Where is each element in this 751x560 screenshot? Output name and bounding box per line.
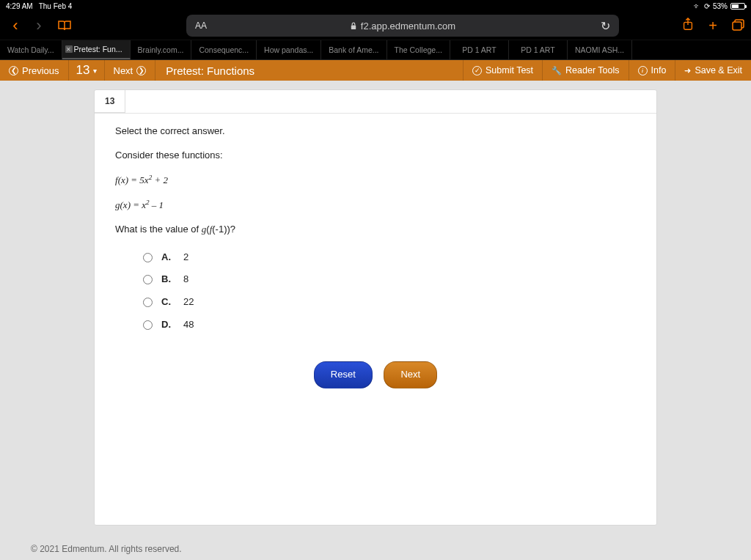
browser-tab[interactable]: PD 1 ART <box>509 40 568 59</box>
tab-label: Brainly.com... <box>138 45 184 54</box>
tab-label: NAOMI ASH... <box>575 45 624 54</box>
previous-button[interactable]: ❮ Previous <box>0 60 69 81</box>
browser-tab[interactable]: Consequenc... <box>191 40 257 59</box>
tab-label: Pretest: Fun... <box>74 45 122 54</box>
battery-pct: 53% <box>713 2 728 10</box>
tab-close-icon[interactable]: ✕ <box>65 45 73 53</box>
current-question-number: 13 <box>76 63 90 78</box>
question-selector[interactable]: 13 ▾ <box>69 60 105 81</box>
question-card: 13 Select the correct answer. Consider t… <box>94 89 657 526</box>
url-bar[interactable]: AA f2.app.edmentum.com ↻ <box>186 15 619 37</box>
tabs-icon[interactable] <box>732 18 745 34</box>
bookmarks-icon[interactable] <box>57 20 72 32</box>
choice-key: D. <box>161 317 175 333</box>
browser-tab[interactable]: ✕Pretest: Fun... <box>62 40 131 59</box>
tab-label: Bank of Ame... <box>329 45 378 54</box>
radio-icon[interactable] <box>143 275 153 284</box>
reader-aa-button[interactable]: AA <box>195 21 207 31</box>
svg-rect-3 <box>733 22 741 30</box>
info-button[interactable]: i Info <box>629 60 675 81</box>
content-area: 13 Select the correct answer. Consider t… <box>0 81 751 560</box>
choice-key: A. <box>161 250 175 265</box>
next-label: Next <box>114 65 133 76</box>
status-date: Thu Feb 4 <box>39 2 73 10</box>
chevron-down-icon: ▾ <box>93 67 97 75</box>
tab-label: PD 1 ART <box>462 45 497 54</box>
choice-d[interactable]: D. 48 <box>143 314 636 336</box>
wrench-icon: 🔧 <box>552 66 562 75</box>
tab-label: PD 1 ART <box>521 45 555 54</box>
question-number-badge: 13 <box>95 90 125 113</box>
radio-icon[interactable] <box>143 298 153 307</box>
reader-tools-button[interactable]: 🔧 Reader Tools <box>542 60 628 81</box>
function-g: g(x) = x2 – 1 <box>115 197 636 213</box>
browser-tab[interactable]: Watch Daily... <box>0 40 62 59</box>
browser-nav-bar: ‹ › AA f2.app.edmentum.com ↻ + <box>0 12 751 40</box>
choice-value: 48 <box>183 317 194 333</box>
lock-icon <box>350 22 357 30</box>
browser-tab[interactable]: The College... <box>387 40 450 59</box>
orientation-lock-icon: ⟳ <box>704 2 710 10</box>
info-label: Info <box>651 65 667 75</box>
tab-label: Consequenc... <box>199 45 249 54</box>
browser-tabs: Watch Daily... ✕Pretest: Fun... Brainly.… <box>0 40 751 60</box>
tab-label: The College... <box>395 45 442 54</box>
browser-tab[interactable]: PD 1 ART <box>450 40 509 59</box>
reader-label: Reader Tools <box>565 65 619 75</box>
share-icon[interactable] <box>682 18 694 34</box>
check-icon: ✓ <box>472 66 482 75</box>
exit-icon: ➜ <box>684 66 691 75</box>
tab-label: Watch Daily... <box>7 45 54 54</box>
choice-b[interactable]: B. 8 <box>143 268 636 291</box>
back-button[interactable]: ‹ <box>6 16 25 35</box>
function-f: f(x) = 5x2 + 2 <box>115 172 636 188</box>
radio-icon[interactable] <box>143 320 153 330</box>
forward-button: › <box>29 16 48 35</box>
choice-value: 2 <box>183 250 188 265</box>
choice-c[interactable]: C. 22 <box>143 291 636 314</box>
battery-icon <box>730 3 745 10</box>
question-ask: What is the value of g(f(-1))? <box>115 222 636 237</box>
reload-button[interactable]: ↻ <box>601 19 610 33</box>
tab-label: How pandas... <box>264 45 313 54</box>
reset-button[interactable]: Reset <box>314 361 373 388</box>
choice-a[interactable]: A. 2 <box>143 246 636 269</box>
arrow-right-icon: ❯ <box>136 66 146 75</box>
next-button[interactable]: Next ❯ <box>105 60 156 81</box>
page-title: Pretest: Functions <box>155 65 265 77</box>
svg-rect-0 <box>351 25 356 29</box>
question-prompt: Select the correct answer. <box>115 124 636 139</box>
browser-tab[interactable]: How pandas... <box>257 40 321 59</box>
wifi-icon: ᯤ <box>694 2 701 10</box>
submit-label: Submit Test <box>486 65 533 75</box>
arrow-left-icon: ❮ <box>9 66 18 75</box>
url-text: f2.app.edmentum.com <box>361 21 455 32</box>
footer-copyright: © 2021 Edmentum. All rights reserved. <box>31 544 182 554</box>
question-intro: Consider these functions: <box>115 148 636 163</box>
browser-tab[interactable]: NAOMI ASH... <box>568 40 632 59</box>
next-question-button[interactable]: Next <box>384 361 437 388</box>
app-toolbar: ❮ Previous 13 ▾ Next ❯ Pretest: Function… <box>0 60 751 81</box>
choice-key: C. <box>161 295 175 310</box>
radio-icon[interactable] <box>143 253 153 262</box>
choice-value: 22 <box>183 295 194 310</box>
choice-key: B. <box>161 272 175 287</box>
browser-tab[interactable]: Brainly.com... <box>131 40 192 59</box>
new-tab-icon[interactable]: + <box>708 18 717 34</box>
submit-test-button[interactable]: ✓ Submit Test <box>463 60 542 81</box>
save-exit-button[interactable]: ➜ Save & Exit <box>675 60 751 81</box>
info-icon: i <box>638 66 648 75</box>
browser-tab[interactable]: Bank of Ame... <box>321 40 387 59</box>
previous-label: Previous <box>22 65 59 76</box>
save-exit-label: Save & Exit <box>695 65 742 75</box>
status-time: 4:29 AM <box>6 2 33 10</box>
status-bar: 4:29 AM Thu Feb 4 ᯤ ⟳ 53% <box>0 0 751 12</box>
answer-choices: A. 2 B. 8 C. 22 D. 48 <box>143 246 636 336</box>
choice-value: 8 <box>183 272 188 287</box>
